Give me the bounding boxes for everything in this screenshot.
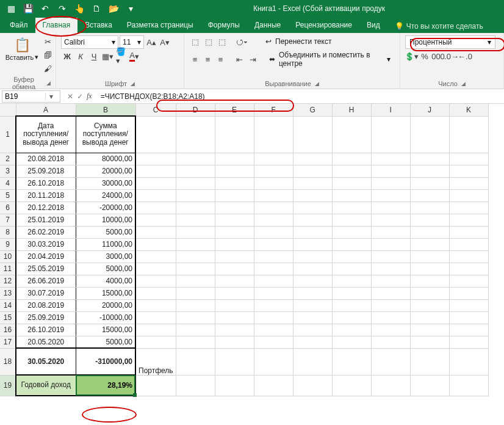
cell-C5[interactable] [135,189,176,202]
cell-J9[interactable] [410,238,449,250]
cell-I18[interactable] [371,348,410,375]
tab-review[interactable]: Рецензирование [288,18,359,33]
decrease-indent-icon[interactable]: ⇤ [233,53,245,65]
cell-K5[interactable] [449,189,488,202]
cell-H16[interactable] [332,324,371,336]
cell-I3[interactable] [371,165,410,177]
cell-K13[interactable] [449,287,488,299]
cell-I5[interactable] [371,189,410,202]
cell-F1[interactable] [254,116,293,153]
cell-G8[interactable] [293,226,332,238]
cell-F6[interactable] [254,202,293,214]
tab-home[interactable]: Главная [35,18,78,33]
cell-C17[interactable] [135,336,176,348]
cell-E11[interactable] [215,263,254,275]
cell-B18[interactable]: -310000,00 [76,348,135,375]
cell-B10[interactable]: 3000,00 [76,250,135,263]
cell-E7[interactable] [215,214,254,226]
row-header-5[interactable]: 5 [0,189,16,202]
align-center-icon[interactable]: ≡ [202,53,214,65]
row-header-17[interactable]: 17 [0,336,16,348]
font-dialog-launcher-icon[interactable]: ◢ [131,81,135,87]
align-top-icon[interactable]: ⬚ [189,35,201,48]
cell-D18[interactable] [176,348,215,375]
cell-B16[interactable]: 15000,00 [76,324,135,336]
column-header-H[interactable]: H [332,104,371,116]
cell-C16[interactable] [135,324,176,336]
row-header-9[interactable]: 9 [0,238,16,250]
undo-icon[interactable]: ↶ [38,1,52,16]
cell-C6[interactable] [135,202,176,214]
cell-G2[interactable] [293,153,332,165]
paste-button[interactable]: 📋 Вставить ▾ [5,35,39,63]
cell-G14[interactable] [293,299,332,311]
cell-J5[interactable] [410,189,449,202]
cell-H14[interactable] [332,299,371,311]
cell-H5[interactable] [332,189,371,202]
cell-A15[interactable]: 25.09.2019 [16,311,76,324]
cell-C19[interactable] [135,375,176,396]
row-header-3[interactable]: 3 [0,165,16,177]
cell-K16[interactable] [449,324,488,336]
cell-K7[interactable] [449,214,488,226]
cell-A3[interactable]: 25.09.2018 [16,165,76,177]
cell-A18[interactable]: 30.05.2020 [16,348,76,375]
copy-icon[interactable]: 🗐 [41,49,54,61]
cell-A1[interactable]: Дата поступления/вывода денег [16,116,76,153]
row-header-6[interactable]: 6 [0,202,16,214]
cell-E17[interactable] [215,336,254,348]
cell-J11[interactable] [410,263,449,275]
cell-D16[interactable] [176,324,215,336]
cell-E6[interactable] [215,202,254,214]
cell-A19[interactable]: Годовой доход [16,375,76,396]
number-format-select[interactable]: Процентный▾ [405,35,495,49]
cell-J16[interactable] [410,324,449,336]
cell-K14[interactable] [449,299,488,311]
cell-J17[interactable] [410,336,449,348]
cell-K3[interactable] [449,165,488,177]
column-header-C[interactable]: C [135,104,176,116]
cell-D13[interactable] [176,287,215,299]
cell-G11[interactable] [293,263,332,275]
cell-K1[interactable] [449,116,488,153]
cell-F16[interactable] [254,324,293,336]
cell-G10[interactable] [293,250,332,263]
cell-D6[interactable] [176,202,215,214]
font-name-select[interactable]: Calibri▾ [61,35,118,49]
tab-file[interactable]: Файл [2,18,35,33]
cell-F8[interactable] [254,226,293,238]
cell-C10[interactable] [135,250,176,263]
cell-H12[interactable] [332,275,371,287]
cell-I6[interactable] [371,202,410,214]
new-file-icon[interactable]: 🗋 [89,1,104,16]
cell-B5[interactable]: 24000,00 [76,189,135,202]
cell-C12[interactable] [135,275,176,287]
cell-I19[interactable] [371,375,410,396]
cell-H4[interactable] [332,177,371,189]
row-header-8[interactable]: 8 [0,226,16,238]
save-icon[interactable]: 💾 [21,1,35,16]
cell-G12[interactable] [293,275,332,287]
wrap-text-button[interactable]: ↩Перенести текст [261,35,336,48]
cell-F5[interactable] [254,189,293,202]
cell-H3[interactable] [332,165,371,177]
cell-I11[interactable] [371,263,410,275]
cell-I17[interactable] [371,336,410,348]
cell-A14[interactable]: 20.08.2019 [16,299,76,311]
column-header-E[interactable]: E [215,104,254,116]
cell-K11[interactable] [449,263,488,275]
cell-E8[interactable] [215,226,254,238]
cell-H1[interactable] [332,116,371,153]
align-bottom-icon[interactable]: ⬚ [216,35,228,48]
fx-icon[interactable]: fx [87,92,92,101]
cell-C13[interactable] [135,287,176,299]
cell-B9[interactable]: 11000,00 [76,238,135,250]
cell-F11[interactable] [254,263,293,275]
cell-D7[interactable] [176,214,215,226]
cell-J18[interactable] [410,348,449,375]
row-header-7[interactable]: 7 [0,214,16,226]
cell-F19[interactable] [254,375,293,396]
column-header-A[interactable]: A [16,104,76,116]
tab-page-layout[interactable]: Разметка страницы [120,18,201,33]
cell-E13[interactable] [215,287,254,299]
